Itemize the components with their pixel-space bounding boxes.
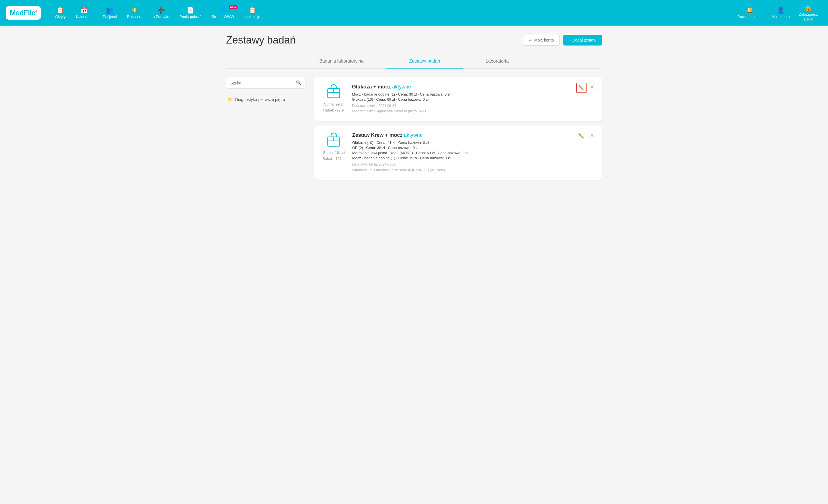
card-glukoza-mocz: Suma: 99 zł Rabat: -99 zł Glukoza + mocz… <box>314 77 602 121</box>
navbar: MedFile® 📋 Wizyty 📅 Kalendarz 👥 Pacjenci… <box>0 0 828 26</box>
card-status-2: aktywne <box>404 132 423 138</box>
nav-label-strona-www: Strona WWW <box>212 14 234 19</box>
card-body-1: Glukoza + mocz aktywne Mocz - badanie og… <box>352 84 594 114</box>
plus-circle-icon: ➕ <box>157 7 165 13</box>
nav-item-rachunki[interactable]: 💵 Rachunki <box>122 4 148 21</box>
card-detail-2-3: Mocz - badanie ogólne (1) · Cena: 19 zł … <box>352 156 594 160</box>
nav-label-rachunki: Rachunki <box>127 14 142 19</box>
dollar-icon: 💵 <box>131 7 139 13</box>
search-box: 🔍 <box>226 77 306 89</box>
card-detail-1-0: Mocz - badanie ogólne (1) · Cena: 30 zł … <box>352 92 594 96</box>
logo[interactable]: MedFile® <box>6 6 41 19</box>
package-icon-2 <box>326 132 342 148</box>
search-button[interactable]: 🔍 <box>296 80 301 86</box>
card-detail-2-2: Morfologia krwi pełna - kod3 (MORF) · Ce… <box>352 151 594 155</box>
nav-item-zabezpiecz[interactable]: 🔒 Zabezpiecz 119:58 <box>794 2 822 24</box>
card-suma-1: Suma: 99 zł Rabat: -99 zł <box>323 101 344 113</box>
delete-button-1[interactable]: ✕ <box>588 83 596 91</box>
edit-button-1[interactable]: ✏️ <box>576 83 586 93</box>
page-container: Zestawy badań ↩ Moje konto + Dodaj zesta… <box>215 26 613 188</box>
main-content: 🔍 📁 Diagnostyka pierwsze piętro <box>226 77 602 180</box>
nav-item-kalendarz[interactable]: 📅 Kalendarz <box>71 4 98 21</box>
nav-item-moje-konto[interactable]: 👤 Moje konto <box>767 4 794 21</box>
sidebar-item-diagnostyka[interactable]: 📁 Diagnostyka pierwsze piętro <box>226 94 306 104</box>
nav-label-kalendarz: Kalendarz <box>76 14 92 19</box>
cards-area: Suma: 99 zł Rabat: -99 zł Glukoza + mocz… <box>314 77 602 180</box>
add-set-button[interactable]: + Dodaj zestaw <box>563 35 602 46</box>
nav-item-instrukcje[interactable]: 📋 Instrukcje <box>239 4 265 21</box>
nav-items: 📋 Wizyty 📅 Kalendarz 👥 Pacjenci 💵 Rachun… <box>49 4 733 21</box>
page-title: Zestawy badań <box>226 34 296 46</box>
search-input[interactable] <box>230 81 296 85</box>
card-title-1: Glukoza + mocz aktywne <box>352 84 594 90</box>
tabs: Badania laboratoryjne Zestawy badań Labo… <box>226 55 602 68</box>
card-meta-1: Data utworzenia: 2024-06-24 Laboratorium… <box>352 103 594 114</box>
bell-icon: 🔔 <box>746 7 754 13</box>
tab-badania-laboratoryjne[interactable]: Badania laboratoryjne <box>296 55 386 68</box>
card-status-1: aktywne <box>392 84 411 90</box>
logo-text: MedFile® <box>10 8 37 17</box>
user-icon: 👤 <box>777 7 784 13</box>
card-action-row-1: ✏️ ✕ <box>576 83 596 93</box>
nav-label-moje-konto: Moje konto <box>772 14 790 19</box>
add-set-button-label: + Dodaj zestaw <box>569 38 596 42</box>
tab-zestawy-badan[interactable]: Zestawy badań <box>386 55 463 68</box>
globe-icon: 🌐 <box>219 7 226 13</box>
nav-item-strona-www[interactable]: NEW 🌐 Strona WWW <box>206 4 239 21</box>
sidebar: 🔍 📁 Diagnostyka pierwsze piętro <box>226 77 306 180</box>
lock-icon: 🔒 <box>804 5 812 11</box>
tab-laboratoria[interactable]: Laboratoria <box>463 55 532 68</box>
card-suma-2: Suma: 161 zł Rabat: -161 zł <box>322 150 345 162</box>
nav-label-punkt-pobran: Punkt pobrań <box>179 14 201 19</box>
card-meta-2: Data utworzenia: 2024-03-28 Laboratorium… <box>352 162 594 173</box>
card-detail-2-0: Glukoza (10) · Cena: 41 zł · Cena bazowa… <box>352 140 594 145</box>
nav-label-zabezpiecz: Zabezpiecz <box>799 12 818 16</box>
new-badge: NEW <box>229 5 238 9</box>
instructions-icon: 📋 <box>249 7 256 13</box>
nav-right: 🔔 Powiadomienia 👤 Moje konto 🔒 Zabezpiec… <box>733 2 822 24</box>
card-body-2: Zestaw Krew + mocz aktywne Glukoza (10) … <box>352 132 594 173</box>
card-detail-2-1: OB (2) · Cena: 38 zł · Cena bazowa: 0 zł <box>352 146 594 150</box>
card-zestaw-krew-mocz: Suma: 161 zł Rabat: -161 zł Zestaw Krew … <box>314 126 602 179</box>
sidebar-item-label-diagnostyka: Diagnostyka pierwsze piętro <box>235 97 285 102</box>
package-icon-1 <box>326 84 342 100</box>
edit-button-2[interactable]: ✏️ <box>576 131 586 141</box>
nav-item-ezdrowie[interactable]: ➕ e-Zdrowie <box>148 4 174 21</box>
header-buttons: ↩ Moje konto + Dodaj zestaw <box>523 35 602 46</box>
doc-icon: 📄 <box>187 7 194 13</box>
delete-button-2[interactable]: ✕ <box>588 131 596 140</box>
nav-item-powiadomienia[interactable]: 🔔 Powiadomienia <box>733 4 767 21</box>
card-action-row-2: ✏️ ✕ <box>576 131 596 141</box>
back-button-label: Moje konto <box>534 38 553 42</box>
back-arrow-icon: ↩ <box>529 38 532 42</box>
nav-label-powiadomienia: Powiadomienia <box>738 14 762 19</box>
back-button[interactable]: ↩ Moje konto <box>523 35 560 46</box>
calendar-icon: 📅 <box>80 7 88 13</box>
folder-icon: 📁 <box>227 97 233 102</box>
card-icon-area-1: Suma: 99 zł Rabat: -99 zł <box>322 84 345 113</box>
card-icon-area-2: Suma: 161 zł Rabat: -161 zł <box>322 132 345 162</box>
card-detail-1-1: Glukoza (10) · Cena: 69 zł · Cena bazowa… <box>352 97 594 101</box>
page-header: Zestawy badań ↩ Moje konto + Dodaj zesta… <box>226 34 602 46</box>
nav-item-punkt-pobran[interactable]: 📄 Punkt pobrań <box>174 4 206 21</box>
nav-item-pacjenci[interactable]: 👥 Pacjenci <box>98 4 122 21</box>
clipboard-icon: 📋 <box>56 7 64 13</box>
nav-label-pacjenci: Pacjenci <box>103 14 117 19</box>
nav-item-wizyty[interactable]: 📋 Wizyty <box>49 4 71 21</box>
nav-label-ezdrowie: e-Zdrowie <box>153 14 169 19</box>
nav-label-instrukcje: Instrukcje <box>244 14 260 19</box>
zabezpiecz-timer: 119:58 <box>803 18 813 21</box>
card-title-2: Zestaw Krew + mocz aktywne <box>352 132 594 138</box>
people-icon: 👥 <box>106 7 114 13</box>
nav-label-wizyty: Wizyty <box>55 14 66 19</box>
